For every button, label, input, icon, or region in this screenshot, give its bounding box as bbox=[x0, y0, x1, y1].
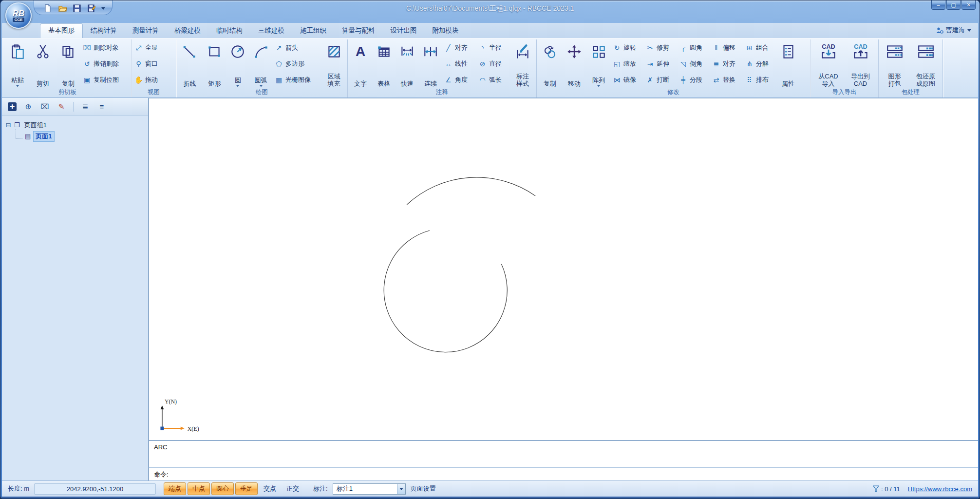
tab-3d-modeling[interactable]: 三维建模 bbox=[250, 24, 292, 38]
chamfer-button[interactable]: ◹倒角 bbox=[679, 59, 708, 68]
dim-style-button[interactable]: 标注 样式 bbox=[510, 40, 535, 88]
close-button[interactable]: ✕ bbox=[961, 0, 976, 10]
zoom-window-button[interactable]: ⚲ 窗口 bbox=[134, 59, 158, 68]
arc-dropdown-caret-icon[interactable] bbox=[259, 85, 262, 87]
region-fill-button[interactable]: 区域 填充 bbox=[321, 40, 346, 88]
tab-design-drawing[interactable]: 设计出图 bbox=[383, 24, 425, 38]
dim-style-caret-button[interactable] bbox=[397, 484, 405, 494]
import-cad-button[interactable]: CAD 从CAD 导入 bbox=[814, 40, 843, 88]
tab-addon-modules[interactable]: 附加模块 bbox=[425, 24, 467, 38]
dim-style-select[interactable]: 标注1 bbox=[333, 483, 406, 495]
add-page-group-button[interactable]: ⊕ bbox=[23, 102, 33, 112]
polyline-button[interactable]: 折线 bbox=[177, 40, 202, 88]
dim-arclength-button[interactable]: ◠ 弧长 bbox=[478, 76, 509, 84]
arc-button[interactable]: 圆弧 bbox=[249, 40, 273, 88]
dim-diameter-button[interactable]: ⊘ 直径 bbox=[478, 59, 509, 68]
break-button[interactable]: ✗打断 bbox=[646, 76, 675, 84]
app-logo-button[interactable]: RB CCE bbox=[5, 2, 32, 29]
save-as-button[interactable] bbox=[87, 3, 96, 13]
zoom-fit-button[interactable]: ⤢ 全显 bbox=[134, 43, 158, 52]
rectangle-button[interactable]: 矩形 bbox=[202, 40, 227, 88]
dim-angle-button[interactable]: ∠ 角度 bbox=[444, 76, 474, 84]
canvas-drawing[interactable]: Y(N) X(E) bbox=[149, 98, 978, 440]
tab-temporary-structure[interactable]: 临时结构 bbox=[208, 24, 250, 38]
segment-button[interactable]: ┿分段 bbox=[679, 76, 708, 84]
polygon-button[interactable]: ⬠ 多边形 bbox=[275, 59, 320, 68]
replace-button[interactable]: ⇄替换 bbox=[712, 76, 741, 84]
save-button[interactable] bbox=[72, 3, 82, 13]
collapse-expander-icon[interactable]: ⊟ bbox=[5, 121, 12, 129]
paste-button[interactable]: 粘贴 bbox=[5, 40, 30, 88]
dim-linear-button[interactable]: ↔ 线性 bbox=[444, 59, 474, 68]
undo-delete-button[interactable]: ↺ 撤销删除 bbox=[83, 59, 119, 68]
dim-aligned-button[interactable]: ╱ 对齐 bbox=[444, 43, 474, 52]
extend-button[interactable]: ⇥延伸 bbox=[646, 59, 675, 68]
restore-package-button[interactable]: 包还原 成原图 bbox=[911, 40, 941, 88]
modify-copy-button[interactable]: 复制 bbox=[538, 40, 562, 88]
tab-quantity-materials[interactable]: 算量与配料 bbox=[334, 24, 383, 38]
qat-customize-caret-icon[interactable] bbox=[101, 7, 105, 10]
user-account-button[interactable]: 曹建海 bbox=[936, 26, 971, 35]
tab-survey-calc[interactable]: 测量计算 bbox=[125, 24, 167, 38]
command-prompt[interactable]: 命令: bbox=[149, 467, 978, 480]
arc-entity-top[interactable] bbox=[407, 177, 535, 205]
snap-perpendicular-toggle[interactable]: 垂足 bbox=[235, 482, 258, 495]
properties-button[interactable]: 属性 bbox=[776, 40, 800, 88]
drawing-canvas[interactable]: Y(N) X(E) bbox=[149, 98, 978, 441]
table-button[interactable]: 表格 bbox=[372, 40, 396, 88]
tab-structure-calc[interactable]: 结构计算 bbox=[83, 24, 125, 38]
arc-entity-bottom[interactable] bbox=[384, 230, 507, 352]
page-group-label[interactable]: 页面组1 bbox=[22, 120, 49, 130]
snap-center-toggle[interactable]: 圆心 bbox=[211, 482, 234, 495]
page-label-selected[interactable]: 页面1 bbox=[33, 131, 54, 142]
tab-construction-org[interactable]: 施工组织 bbox=[292, 24, 334, 38]
new-file-button[interactable] bbox=[43, 3, 53, 13]
ortho-toggle[interactable]: 正交 bbox=[282, 483, 303, 495]
tab-bridge-modeling[interactable]: 桥梁建模 bbox=[167, 24, 208, 38]
fillet-button[interactable]: ╭圆角 bbox=[679, 43, 708, 52]
text-button[interactable]: A 文字 bbox=[349, 40, 372, 88]
mirror-button[interactable]: ⋈镜像 bbox=[613, 76, 642, 84]
tree-item-page[interactable]: ▤ 页面1 bbox=[5, 131, 145, 142]
page-setup-button[interactable]: 页面设置 bbox=[411, 484, 436, 493]
pan-button[interactable]: ✋ 拖动 bbox=[134, 76, 158, 84]
collapse-all-button[interactable]: ≡ bbox=[97, 102, 107, 112]
snap-intersection-toggle[interactable]: 交点 bbox=[259, 483, 281, 495]
move-button[interactable]: 移动 bbox=[562, 40, 586, 88]
rename-page-button[interactable]: ✎ bbox=[57, 102, 66, 112]
tab-basic-shapes[interactable]: 基本图形 bbox=[40, 23, 83, 38]
offset-button[interactable]: ‖偏移 bbox=[712, 43, 741, 52]
scale-button[interactable]: ◱缩放 bbox=[613, 59, 642, 68]
cut-button[interactable]: 剪切 bbox=[30, 40, 56, 88]
delete-object-button[interactable]: ⌧ 删除对象 bbox=[83, 43, 119, 52]
paste-dropdown-caret-icon[interactable] bbox=[16, 85, 19, 87]
dim-radius-button[interactable]: ◝ 半径 bbox=[478, 43, 509, 52]
array-dropdown-caret-icon[interactable] bbox=[597, 85, 600, 87]
arrange-button[interactable]: ⠿排布 bbox=[745, 76, 774, 84]
pack-graphics-button[interactable]: 图形 打包 bbox=[881, 40, 908, 88]
quick-dim-button[interactable]: 快速 bbox=[396, 40, 419, 88]
snap-midpoint-toggle[interactable]: 中点 bbox=[188, 482, 210, 495]
arrow-button[interactable]: ↗ 箭头 bbox=[275, 43, 320, 52]
rotate-button[interactable]: ↻旋转 bbox=[613, 43, 642, 52]
circle-button[interactable]: 圆 bbox=[227, 40, 249, 88]
add-page-button[interactable]: ✚ bbox=[8, 102, 17, 111]
copy-button[interactable]: 复制 bbox=[56, 40, 81, 88]
open-file-button[interactable] bbox=[57, 3, 67, 13]
explode-button[interactable]: ⋔分解 bbox=[745, 59, 774, 68]
snap-endpoint-toggle[interactable]: 端点 bbox=[164, 482, 186, 495]
tree-item-page-group[interactable]: ⊟ ❐ 页面组1 bbox=[5, 119, 145, 131]
trim-button[interactable]: ✂修剪 bbox=[646, 43, 675, 52]
circle-dropdown-caret-icon[interactable] bbox=[236, 85, 239, 87]
expand-all-button[interactable]: ≣ bbox=[80, 102, 90, 112]
align-button[interactable]: ≣对齐 bbox=[712, 59, 741, 68]
continuous-dim-button[interactable]: 连续 bbox=[419, 40, 442, 88]
delete-page-button[interactable]: ⌧ bbox=[40, 102, 50, 112]
copy-bitmap-button[interactable]: ▣ 复制位图 bbox=[83, 76, 119, 84]
website-link[interactable]: Https://www.rbcce.com bbox=[908, 485, 972, 493]
raster-image-button[interactable]: ▦ 光栅图像 bbox=[275, 76, 320, 84]
group-button[interactable]: ⊞组合 bbox=[745, 43, 774, 52]
export-cad-button[interactable]: CAD 导出到 CAD bbox=[847, 40, 875, 88]
array-button[interactable]: 阵列 bbox=[586, 40, 611, 88]
maximize-button[interactable]: ▢ bbox=[946, 0, 961, 10]
